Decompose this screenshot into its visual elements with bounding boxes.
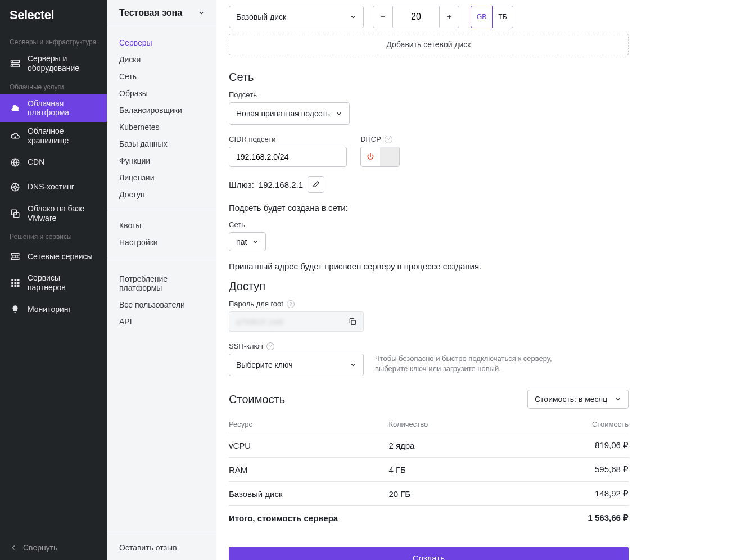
cidr-label: CIDR подсети (229, 135, 347, 143)
increment-button[interactable] (439, 6, 459, 28)
gateway-label: Шлюз: (229, 180, 254, 189)
svg-rect-10 (11, 258, 19, 260)
sub-item-databases[interactable]: Базы данных (107, 136, 216, 152)
col-cost: Стоимость (549, 416, 629, 433)
sidebar-item-label: CDN (28, 157, 44, 167)
divider (107, 210, 216, 210)
dhcp-toggle[interactable] (360, 147, 400, 167)
sub-item-images[interactable]: Образы (107, 85, 216, 102)
decrement-button[interactable] (373, 6, 393, 28)
globe-icon (10, 157, 21, 168)
subnet-select[interactable]: Новая приватная подсеть (229, 102, 350, 125)
sub-item-functions[interactable]: Функции (107, 152, 216, 169)
disk-type-select[interactable]: Базовый диск (229, 6, 364, 28)
help-icon[interactable]: ? (385, 136, 392, 143)
sidebar-item-label: Облако на базе VMware (28, 204, 97, 223)
sub-item-all-users[interactable]: Все пользователи (107, 296, 216, 313)
cost-qty: 4 ГБ (388, 458, 548, 482)
create-button[interactable]: Создать (229, 547, 629, 560)
sidebar-item-label: Мониторинг (28, 305, 71, 314)
sub-item-access[interactable]: Доступ (107, 186, 216, 203)
sub-feedback[interactable]: Оставить отзыв (107, 535, 216, 560)
cloud-storage-icon (10, 130, 21, 142)
disk-size-input[interactable] (393, 6, 439, 28)
sub-item-consumption[interactable]: Потребление платформы (107, 270, 216, 296)
disk-size-stepper (373, 6, 459, 28)
main-content: Базовый диск GB ТБ Добавить сетевой диск… (216, 0, 741, 560)
cost-qty: 20 ГБ (388, 482, 548, 506)
svg-point-2 (12, 61, 13, 62)
copy-password-button[interactable] (346, 315, 359, 328)
dhcp-label-text: DHCP (360, 135, 381, 143)
svg-rect-20 (351, 320, 355, 324)
cost-qty: 2 ядра (388, 433, 548, 458)
subnet-label: Подсеть (229, 91, 629, 99)
net-select[interactable]: nat (229, 232, 266, 251)
ssh-row: Выберите ключ Чтобы безопасно и быстро п… (229, 354, 629, 376)
svg-rect-16 (17, 282, 20, 284)
vmware-icon (10, 208, 21, 219)
col-qty: Количество (388, 416, 548, 433)
cidr-input[interactable] (229, 147, 347, 167)
sb-section-solutions: Решения и сервисы (0, 227, 107, 244)
help-icon[interactable]: ? (266, 342, 274, 350)
table-row: Базовый диск 20 ГБ 148,92 ₽ (229, 482, 629, 506)
sidebar-item-label: DNS-хостинг (28, 182, 74, 192)
sub-item-settings[interactable]: Настройки (107, 234, 216, 251)
chevron-down-icon (350, 13, 356, 20)
chevron-down-icon (198, 10, 205, 16)
sub-item-kubernetes[interactable]: Kubernetes (107, 119, 216, 136)
add-network-disk-button[interactable]: Добавить сетевой диск (229, 34, 629, 55)
sidebar-item-monitoring[interactable]: Мониторинг (0, 297, 107, 322)
sub-item-api[interactable]: API (107, 313, 216, 330)
sub-item-licenses[interactable]: Лицензии (107, 169, 216, 186)
root-pw-label-text: Пароль для root (229, 300, 283, 308)
sub-item-disks[interactable]: Диски (107, 51, 216, 68)
subnet-value: Новая приватная подсеть (236, 109, 330, 118)
chevron-down-icon (336, 110, 342, 117)
svg-rect-11 (11, 279, 13, 281)
cost-period-select[interactable]: Стоимость: в месяц (527, 390, 629, 409)
grid-icon (10, 277, 21, 288)
sidebar-collapse[interactable]: Свернуть (0, 535, 107, 560)
svg-rect-15 (15, 282, 17, 284)
sub-item-servers[interactable]: Серверы (107, 34, 216, 51)
sub-item-balancers[interactable]: Балансировщики (107, 102, 216, 119)
cost-value: 819,06 ₽ (549, 433, 629, 458)
help-icon[interactable]: ? (287, 300, 295, 308)
sidebar-item-cdn[interactable]: CDN (0, 150, 107, 175)
sidebar-item-partners[interactable]: Сервисы партнеров (0, 269, 107, 297)
sidebar-item-vmware[interactable]: Облако на базе VMware (0, 200, 107, 228)
chevron-down-icon (350, 362, 356, 368)
sub-item-network[interactable]: Сеть (107, 68, 216, 85)
sb-section-infra: Серверы и инфраструктура (0, 33, 107, 49)
cost-value: 595,68 ₽ (549, 458, 629, 482)
sidebar-item-label: Облачное хранилище (28, 127, 97, 146)
net-value: nat (236, 237, 247, 246)
unit-gb[interactable]: GB (471, 6, 493, 28)
section-title-access: Доступ (229, 280, 629, 293)
table-row: RAM 4 ГБ 595,68 ₽ (229, 458, 629, 482)
gateway-edit-button[interactable] (308, 176, 324, 193)
sidebar-item-servers-hardware[interactable]: Серверы и оборудование (0, 49, 107, 78)
svg-rect-18 (15, 285, 17, 287)
root-password-masked: a7h9k2f.1w6 (236, 318, 284, 326)
sidebar-item-cloud-platform[interactable]: Облачная платформа (0, 94, 107, 123)
sidebar-item-network-services[interactable]: Сетевые сервисы (0, 244, 107, 269)
sb-section-cloud: Облачные услуги (0, 78, 107, 94)
cloud-platform-icon (10, 102, 21, 114)
ssh-key-select[interactable]: Выберите ключ (229, 354, 364, 376)
sidebar-left: Selectel Серверы и инфраструктура Сервер… (0, 0, 107, 560)
cost-resource: RAM (229, 458, 388, 482)
cost-resource: vCPU (229, 433, 388, 458)
unit-tb[interactable]: ТБ (493, 6, 513, 28)
svg-rect-13 (17, 279, 20, 281)
root-pw-label: Пароль для root? (229, 300, 629, 308)
sub-item-quotas[interactable]: Квоты (107, 217, 216, 234)
sidebar-item-cloud-storage[interactable]: Облачное хранилище (0, 122, 107, 150)
cost-header: Стоимость Стоимость: в месяц (229, 390, 629, 409)
sidebar-item-dns[interactable]: DNS-хостинг (0, 175, 107, 200)
sub-header[interactable]: Тестовая зона (107, 0, 216, 25)
divider (107, 258, 216, 258)
sub-footer-block: Потребление платформы Все пользователи A… (107, 265, 216, 330)
